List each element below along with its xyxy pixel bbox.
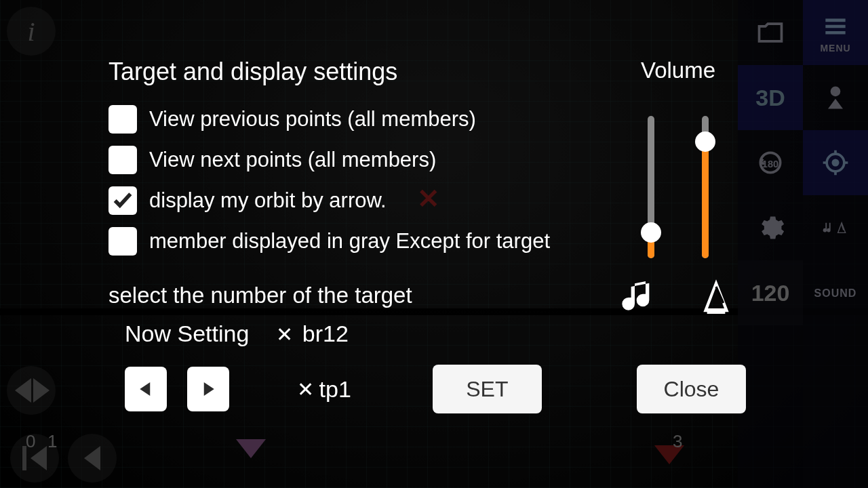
metronome-volume-slider[interactable] — [702, 116, 709, 258]
set-button[interactable]: SET — [433, 365, 542, 413]
option-label: member displayed in gray Except for targ… — [149, 229, 550, 253]
checkbox[interactable] — [108, 186, 137, 215]
volume-panel: Volume — [610, 58, 746, 319]
option-label: display my orbit by arrow. — [149, 188, 387, 213]
option-label: View next points (all members) — [149, 148, 436, 172]
svg-rect-5 — [707, 308, 726, 314]
checkbox[interactable] — [108, 105, 137, 134]
checkbox[interactable] — [108, 146, 137, 174]
music-note-icon — [618, 276, 662, 319]
target-nav-row: ✕tp1 SET Close — [108, 365, 746, 413]
slider-fill — [702, 142, 709, 258]
close-button[interactable]: Close — [637, 365, 746, 413]
prev-target-button[interactable] — [125, 367, 167, 411]
next-target-button[interactable] — [187, 367, 229, 411]
option-label: View previous points (all members) — [149, 107, 476, 131]
now-setting-value: ✕ br12 — [276, 321, 349, 347]
slider-thumb[interactable] — [641, 222, 661, 243]
current-target-value: ✕tp1 — [297, 376, 351, 403]
checkbox[interactable] — [108, 227, 137, 256]
slider-thumb[interactable] — [695, 131, 715, 152]
metronome-icon — [694, 276, 738, 319]
now-setting-label: Now Setting — [125, 321, 249, 347]
settings-modal: Target and display settings View previou… — [108, 58, 746, 427]
volume-title: Volume — [610, 58, 746, 83]
now-setting-row: Now Setting ✕ br12 — [108, 321, 746, 347]
music-volume-slider[interactable] — [648, 116, 654, 258]
